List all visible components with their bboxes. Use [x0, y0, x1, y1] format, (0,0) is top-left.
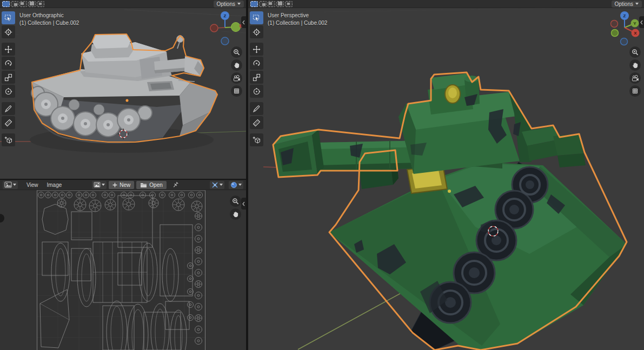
cursor-tool[interactable]	[2, 25, 15, 38]
axis-y-neg-handle[interactable]	[612, 30, 619, 37]
axis-y-handle[interactable]	[231, 23, 241, 32]
rotate-tool[interactable]	[2, 57, 15, 70]
sidebar-toggle-left-viewport[interactable]	[241, 16, 246, 28]
options-button[interactable]: Options	[612, 1, 642, 8]
intersect-selection-icon[interactable]	[37, 1, 44, 7]
camera-icon	[632, 75, 639, 82]
axis-x-neg-handle[interactable]	[611, 21, 618, 28]
zoom-button[interactable]	[629, 46, 641, 58]
cursor-tool[interactable]	[250, 25, 263, 38]
transform-tool[interactable]	[250, 85, 263, 98]
menu-view[interactable]: View	[22, 180, 43, 190]
magnifier-icon	[632, 49, 639, 56]
open-image-button[interactable]: Open	[136, 181, 166, 189]
pan-button[interactable]	[629, 59, 641, 71]
axis-z-neg-handle[interactable]	[221, 37, 229, 45]
intersect-selection-icon[interactable]	[285, 1, 293, 7]
pivot-icon	[211, 181, 218, 189]
svg-text:Y: Y	[633, 21, 636, 26]
select-mode-group	[2, 1, 44, 7]
grid-icon	[632, 88, 639, 95]
menu-image[interactable]: Image	[43, 180, 67, 190]
subtract-selection-icon[interactable]	[268, 1, 275, 7]
select-box-tool[interactable]	[250, 11, 263, 24]
pencil-icon	[253, 105, 261, 113]
toolbar-left	[2, 11, 15, 146]
navigation-gizmo[interactable]: Z	[210, 10, 243, 46]
subtract-selection-icon[interactable]	[19, 1, 27, 7]
transform-tool[interactable]	[2, 85, 15, 98]
sidebar-toggle-uv-editor[interactable]	[241, 198, 246, 210]
camera-view-button[interactable]	[231, 72, 242, 84]
panel-toggle-tab[interactable]	[0, 214, 4, 223]
invert-selection-icon[interactable]	[276, 1, 284, 7]
extend-selection-icon[interactable]	[259, 1, 267, 7]
image-browse-icon	[94, 181, 101, 188]
browse-image-button[interactable]	[92, 181, 107, 189]
measure-tool[interactable]	[2, 116, 15, 129]
sidebar-toggle-right-viewport[interactable]	[639, 16, 644, 28]
viewport-left-header: Options	[0, 0, 246, 8]
move-icon	[253, 45, 261, 53]
uv-editor-header: View Image New	[0, 180, 246, 190]
uv-header-right-group	[210, 181, 243, 189]
axis-z-neg-handle[interactable]	[621, 38, 628, 45]
extend-selection-icon[interactable]	[11, 1, 18, 7]
uv-layout-wireframe	[37, 190, 205, 350]
axis-x-neg-handle[interactable]	[210, 24, 218, 32]
new-image-button[interactable]: New	[109, 181, 134, 189]
select-mode-group	[250, 1, 293, 7]
chevron-down-icon	[237, 3, 241, 5]
new-selection-icon[interactable]	[2, 1, 10, 7]
magnifier-icon	[232, 198, 239, 205]
rotate-tool[interactable]	[250, 57, 263, 70]
transform-icon	[253, 88, 261, 96]
invert-selection-icon[interactable]	[28, 1, 36, 7]
chevron-left-icon	[242, 20, 245, 25]
annotate-tool[interactable]	[2, 102, 15, 115]
nav-buttons-uv	[230, 196, 241, 220]
camera-view-button[interactable]	[629, 72, 641, 84]
pencil-icon	[4, 105, 12, 113]
chevron-left-icon	[640, 20, 643, 25]
ruler-icon	[4, 119, 12, 127]
scale-icon	[253, 73, 261, 82]
scale-icon	[4, 73, 12, 82]
pan-button[interactable]	[230, 208, 241, 220]
perspective-toggle-button[interactable]	[629, 85, 641, 97]
orthographic-scene	[0, 0, 246, 179]
green-tank-model[interactable]	[273, 72, 627, 350]
select-box-tool[interactable]	[2, 11, 15, 24]
perspective-toggle-button[interactable]	[231, 85, 242, 97]
move-tool[interactable]	[2, 43, 15, 56]
display-channels-button[interactable]	[229, 181, 243, 189]
new-selection-icon[interactable]	[250, 1, 258, 7]
chevron-left-icon	[242, 201, 245, 206]
zoom-button[interactable]	[231, 46, 242, 58]
viewport-right-header: Options	[248, 0, 644, 8]
uv-canvas[interactable]	[0, 190, 246, 350]
scale-tool[interactable]	[250, 71, 263, 84]
navigation-gizmo[interactable]: Z Y X	[609, 10, 644, 46]
pin-icon[interactable]	[172, 181, 179, 189]
plus-icon	[112, 183, 117, 187]
zoom-button[interactable]	[230, 196, 241, 207]
svg-text:Z: Z	[623, 14, 626, 18]
add-cube-tool[interactable]	[250, 133, 263, 146]
move-tool[interactable]	[250, 43, 263, 56]
chevron-down-icon	[238, 184, 242, 186]
editor-type-button[interactable]	[3, 181, 18, 189]
gray-tank-model[interactable]	[31, 34, 217, 143]
add-cube-icon	[4, 136, 12, 144]
select-box-icon	[4, 14, 12, 22]
options-button[interactable]: Options	[214, 1, 244, 8]
pan-button[interactable]	[231, 59, 242, 71]
display-channels-icon	[230, 181, 237, 189]
annotate-tool[interactable]	[250, 102, 263, 115]
folder-icon	[140, 182, 147, 188]
pivot-button[interactable]	[210, 181, 224, 189]
scale-tool[interactable]	[2, 71, 15, 84]
add-cube-tool[interactable]	[2, 133, 15, 146]
transform-icon	[4, 88, 12, 96]
measure-tool[interactable]	[250, 116, 263, 129]
